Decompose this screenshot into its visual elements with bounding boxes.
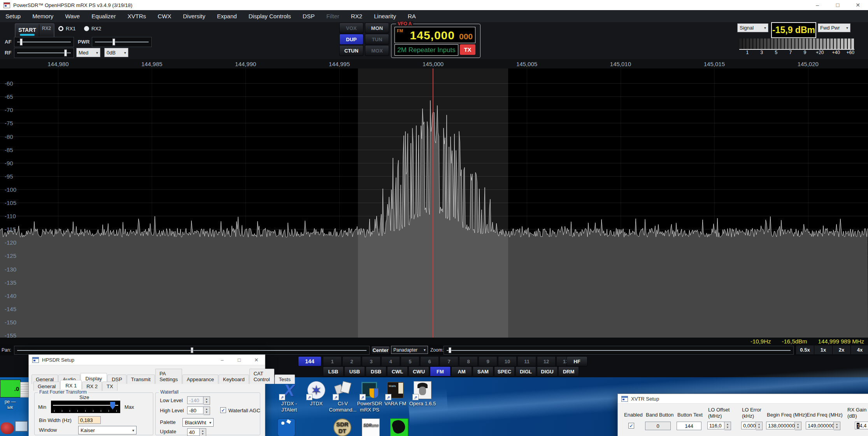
mode-sam-button[interactable]: SAM: [473, 366, 493, 376]
xvtr-rx-gain-spinner[interactable]: 14,4 ▲▼: [855, 422, 868, 430]
spinner-up-icon[interactable]: ▲: [836, 423, 838, 426]
band-4-button[interactable]: 4: [381, 356, 400, 366]
palette-select[interactable]: BlackWht▾: [182, 418, 214, 427]
spinner-up-icon[interactable]: ▲: [205, 397, 208, 401]
minimize-icon[interactable]: –: [214, 355, 231, 364]
mode-digu-button[interactable]: DIGU: [537, 366, 558, 376]
setup-tab-keyboard[interactable]: Keyboard: [219, 375, 249, 384]
display-mode-select[interactable]: Panadapter▾: [391, 346, 428, 354]
zoom-slider[interactable]: [444, 346, 794, 355]
rx1-radio[interactable]: RX1: [58, 26, 75, 32]
agc-select[interactable]: Med▾: [76, 48, 100, 57]
setup-tab-transmit[interactable]: Transmit: [127, 375, 155, 384]
close-icon[interactable]: ✕: [848, 0, 868, 10]
fft-size-slider[interactable]: [51, 401, 120, 413]
menu-item-diversity[interactable]: Diversity: [183, 13, 205, 19]
mode-dsb-button[interactable]: DSB: [366, 366, 386, 376]
mode-fm-button[interactable]: FM: [430, 366, 451, 376]
menu-item-filter[interactable]: Filter: [326, 13, 339, 19]
desktop-icon-sdr-dt[interactable]: SDRDT: [328, 418, 357, 436]
pan-slider-thumb[interactable]: [191, 347, 193, 353]
desktop-icon-network-computers[interactable]: [15, 421, 28, 432]
vox-button[interactable]: VOX: [339, 23, 363, 33]
maximize-icon[interactable]: □: [828, 0, 848, 10]
rx-meter-select[interactable]: Signal▾: [737, 23, 768, 32]
desktop-icon-powersdr[interactable]: ↗ PowerSDR mRX PS: [355, 381, 384, 413]
zoom-1x-button[interactable]: 1x: [814, 345, 832, 354]
menu-item-ra[interactable]: RA: [408, 13, 416, 19]
af-slider[interactable]: [14, 37, 74, 47]
band-6-button[interactable]: 6: [420, 356, 439, 366]
low-level-spinner[interactable]: -140 ▲▼: [187, 396, 210, 405]
mon-button[interactable]: MON: [365, 23, 389, 33]
update-period-spinner[interactable]: 40 ▲▼: [187, 428, 206, 436]
spinner-down-icon[interactable]: ▼: [726, 426, 729, 429]
mode-digl-button[interactable]: DIGL: [516, 366, 536, 376]
zoom-slider-thumb[interactable]: [449, 347, 451, 353]
zoom-0-5x-button[interactable]: 0.5x: [796, 345, 814, 354]
spinner-down-icon[interactable]: ▼: [797, 426, 800, 429]
band-12-button[interactable]: 12: [537, 356, 556, 366]
band-10-button[interactable]: 10: [498, 356, 517, 366]
spinner-up-icon[interactable]: ▲: [758, 423, 761, 426]
setup-tab-tests[interactable]: Tests: [275, 375, 295, 384]
band-7-button[interactable]: 7: [440, 356, 458, 366]
rf-slider[interactable]: [14, 48, 74, 58]
xvtr-band-button-field[interactable]: 0: [645, 422, 671, 430]
mode-lsb-button[interactable]: LSB: [323, 366, 344, 376]
start-button[interactable]: START: [16, 24, 39, 38]
preamp-select[interactable]: 0dB▾: [104, 48, 128, 57]
spinner-down-icon[interactable]: ▼: [836, 426, 838, 429]
desktop-icon-drive[interactable]: [272, 418, 301, 436]
setup-tab-cat-control[interactable]: CAT Control: [249, 369, 274, 384]
rf-slider-thumb[interactable]: [64, 49, 67, 56]
menu-item-cwx[interactable]: CWX: [158, 13, 171, 19]
spinner-up-icon[interactable]: ▲: [797, 423, 800, 426]
xvtr-lo-error-spinner[interactable]: 0,000 ▲▼: [741, 422, 763, 430]
maximize-icon[interactable]: □: [231, 355, 248, 364]
spinner-down-icon[interactable]: ▼: [202, 432, 204, 436]
desktop-icon-red[interactable]: [1, 422, 14, 434]
high-level-spinner[interactable]: -80 ▲▼: [187, 406, 210, 415]
xvtr-end-freq-spinner[interactable]: 149,000000 ▲▼: [806, 422, 840, 430]
close-icon[interactable]: ✕: [248, 355, 265, 364]
xvtr-button-text-field[interactable]: 144: [677, 422, 701, 430]
setup-tab-appearance[interactable]: Appearance: [182, 375, 218, 384]
minimize-icon[interactable]: –: [807, 0, 828, 10]
menu-item-dsp[interactable]: DSP: [303, 13, 315, 19]
menu-item-rx2[interactable]: RX2: [351, 13, 362, 19]
menu-item-xvtrs[interactable]: XVTRs: [128, 13, 146, 19]
mode-am-button[interactable]: AM: [451, 366, 472, 376]
zoom-2x-button[interactable]: 2x: [832, 345, 850, 354]
window-select[interactable]: Kaiser▾: [78, 426, 137, 434]
xvtr-begin-freq-spinner[interactable]: 138,000000 ▲▼: [766, 422, 801, 430]
desktop-icon-vara-fm[interactable]: Mails ↗ VARA FM: [381, 381, 410, 407]
ctun-button[interactable]: CTUN: [339, 45, 363, 56]
center-button[interactable]: Center: [371, 346, 390, 355]
band-5-button[interactable]: 5: [401, 356, 419, 366]
tx-meter-select[interactable]: Fwd Pwr▾: [818, 23, 850, 32]
tun-button[interactable]: TUN: [365, 34, 389, 45]
rx2-radio[interactable]: RX2: [84, 26, 101, 32]
xvtr-titlebar[interactable]: XVTR Setup: [618, 394, 868, 404]
band-2-button[interactable]: 2: [342, 356, 361, 366]
fft-size-slider-thumb[interactable]: [110, 402, 115, 410]
menu-item-wave[interactable]: Wave: [65, 13, 80, 19]
band-8-button[interactable]: 8: [459, 356, 478, 366]
band-11-button[interactable]: 11: [517, 356, 536, 366]
spinner-up-icon[interactable]: ▲: [726, 423, 729, 426]
xvtr-enabled-checkbox[interactable]: ✓: [628, 423, 634, 429]
spinner-up-icon[interactable]: ▲: [202, 429, 204, 432]
desktop-icon-partial-green[interactable]: .0: [0, 380, 21, 397]
mox-button[interactable]: MOX: [365, 45, 389, 56]
band-3-button[interactable]: 3: [362, 356, 381, 366]
menu-item-memory[interactable]: Memory: [32, 13, 53, 19]
waterfall-agc-checkbox[interactable]: ✓: [220, 407, 226, 413]
setup-subtab-tx[interactable]: TX: [102, 382, 117, 391]
desktop-icon-sdruno[interactable]: SDRuno: [356, 418, 386, 436]
desktop-icon-civ-commander[interactable]: ↗ CI-V Command...: [328, 381, 358, 413]
spectrum-plot[interactable]: -60-65-70-75-80-85-90-95-100-105-110-115…: [0, 68, 868, 338]
zoom-4x-button[interactable]: 4x: [850, 345, 868, 354]
vfo-a-frequency-display[interactable]: FM 145,000 000: [395, 27, 475, 43]
mode-cwl-button[interactable]: CWL: [387, 366, 408, 376]
